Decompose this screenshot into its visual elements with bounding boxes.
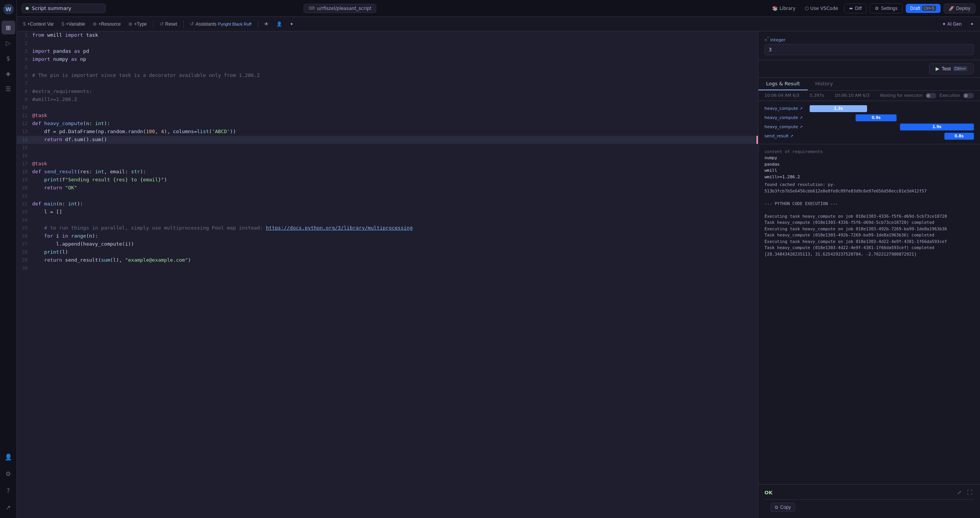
sidebar-item-expand[interactable]: ↗	[2, 500, 15, 514]
timeline-label-1: heavy_compute ↗	[764, 106, 807, 111]
deploy-icon: 🚀	[949, 6, 954, 11]
settings-button[interactable]: ⚙ Settings	[870, 3, 902, 13]
execution-toggle[interactable]	[963, 93, 974, 98]
timeline-row-3: heavy_compute ↗ 1.9s	[758, 122, 980, 132]
code-line-18: 18 def send_result(res: int, email: str)…	[17, 168, 758, 176]
ai-gen-button[interactable]: ✦ AI Gen	[938, 20, 965, 28]
sidebar-item-resources[interactable]: ◈	[2, 67, 15, 80]
sidebar-item-help[interactable]: ?	[2, 484, 15, 497]
title-area: Script summary	[21, 3, 106, 13]
sidebar-item-billing[interactable]: $	[2, 51, 15, 65]
wand-button[interactable]: ✦	[287, 20, 297, 28]
context-var-button[interactable]: $ +Context Var	[20, 20, 57, 28]
timeline-bar-container-3: 1.9s	[810, 124, 974, 130]
log-line-7: Executing task heavy_compute on job 018e…	[764, 226, 974, 233]
user-button[interactable]: 👤	[273, 20, 285, 28]
resource-button[interactable]: ⊕ +Resource	[90, 20, 124, 28]
code-line-12: 12 def heavy_compute(n: int):	[17, 120, 758, 128]
script-title: Script summary	[32, 5, 71, 11]
timeline-bar-1: 1.3s	[810, 105, 867, 112]
assistants-sub: Pyright Black Ruff	[218, 22, 252, 26]
sidebar-item-user[interactable]: 👤	[2, 450, 15, 464]
sidebar-item-home[interactable]: ⊞	[2, 21, 15, 34]
timeline-bar-4: 0.8s	[944, 133, 974, 140]
reset-button[interactable]: ↺ Reset	[157, 20, 180, 28]
play-icon: ▶	[936, 66, 939, 72]
code-line-24: 24	[17, 216, 758, 224]
result-footer: ⧉ Copy	[764, 499, 974, 515]
code-line-1: 1 from wmill import task	[17, 31, 758, 39]
tab-history[interactable]: History	[808, 78, 841, 90]
sidebar-item-menu[interactable]: ☰	[2, 82, 15, 96]
code-line-29: 29 return send_result(sum(l), "example@e…	[17, 256, 758, 264]
code-line-8: 8 #extra_requirements:	[17, 88, 758, 96]
code-line-11: 11 @task	[17, 112, 758, 120]
exec-duration: 5.397s	[810, 93, 824, 98]
exec-time1: 10:06:04 AM 6/3	[764, 93, 799, 98]
sidebar-item-run[interactable]: ▷	[2, 36, 15, 50]
code-line-14: 14 return df.sum().sum()	[17, 136, 758, 144]
deploy-button[interactable]: 🚀 Deploy	[944, 3, 975, 13]
n-input[interactable]	[764, 44, 974, 55]
code-line-15: 15	[17, 144, 758, 152]
code-line-28: 28 print(l)	[17, 248, 758, 256]
code-editor[interactable]: 1 from wmill import task 2 3 import pand…	[17, 31, 758, 518]
toolbar: $ +Context Var $ +Variable ⊕ +Resource ⊕…	[17, 17, 980, 31]
expand-result-button[interactable]: ⤢	[956, 488, 963, 497]
svg-text:W: W	[5, 6, 11, 12]
eye-button[interactable]: 👁	[261, 20, 272, 28]
variable-icon: $	[62, 21, 64, 27]
timeline-row-1: heavy_compute ↗ 1.3s	[758, 104, 980, 113]
ext-link-1[interactable]: ↗	[800, 106, 803, 111]
test-button[interactable]: ▶ Test Ctrl+↵	[929, 63, 974, 74]
ext-link-3[interactable]: ↗	[800, 125, 803, 129]
sidebar: W ⊞ ▷ $ ◈ ☰ 👤 ⚙ ? ↗	[0, 0, 17, 518]
sidebar-item-settings[interactable]: ⚙	[2, 467, 15, 481]
exec-status: Waiting for executor Execution	[880, 93, 974, 98]
log-area[interactable]: content of requirements numpy pandas wmi…	[758, 144, 980, 484]
draft-button[interactable]: Draft Ctrl+S	[906, 4, 941, 13]
eye-icon: 👁	[264, 21, 269, 27]
code-line-5: 5	[17, 64, 758, 72]
content-area: 1 from wmill import task 2 3 import pand…	[17, 31, 980, 518]
code-line-13: 13 df = pd.DataFrame(np.random.randn(100…	[17, 128, 758, 136]
tab-logs-result[interactable]: Logs & Result	[758, 78, 808, 90]
tabs-row: Logs & Result History	[758, 78, 980, 91]
copy-button[interactable]: ⧉ Copy	[771, 503, 795, 512]
test-btn-area: ▶ Test Ctrl+↵	[758, 60, 980, 78]
vscode-link[interactable]: ⬡ Use VSCode	[802, 4, 841, 13]
log-line-9: Executing task heavy_compute on job 018e…	[764, 239, 974, 245]
ext-link-4[interactable]: ↗	[790, 134, 793, 138]
timeline-label-4: send_result ↗	[764, 134, 807, 138]
log-requirements: content of requirements numpy pandas wmi…	[764, 147, 974, 182]
exec-header: 10:06:04 AM 6/3 5.397s 10:06:10 AM 6/3 W…	[758, 91, 980, 101]
timeline-row-4: send_result ↗ 0.8s	[758, 132, 980, 141]
user-icon: 👤	[276, 21, 282, 27]
log-line-11: [28.34843428235113, 31.625429237520784, …	[764, 251, 974, 258]
type-button[interactable]: ⊕ +Type	[125, 20, 150, 28]
library-link[interactable]: 📚 Library	[769, 4, 799, 13]
ai-gen-icon: ✦	[942, 21, 946, 27]
fullscreen-result-button[interactable]: ⛶	[965, 488, 974, 497]
toolbar-separator-2	[183, 20, 184, 28]
code-line-10: 10	[17, 104, 758, 112]
code-line-9: 9 #wmill>=1.286.2	[17, 96, 758, 104]
timeline-area: heavy_compute ↗ 1.3s heavy_compute ↗ 0.9…	[758, 101, 980, 144]
variable-button[interactable]: $ +Variable	[59, 20, 88, 28]
path-badge[interactable]: ⌨ u/rfiszel/pleasant_script	[304, 4, 376, 13]
assistants-button[interactable]: ↺ Assistants Pyright Black Ruff	[187, 20, 255, 28]
sidebar-logo: W	[2, 3, 15, 15]
code-line-21: 21	[17, 192, 758, 200]
exec-time2: 10:06:10 AM 6/3	[835, 93, 869, 98]
code-line-16: 16	[17, 152, 758, 160]
vscode-icon: ⬡	[805, 6, 808, 11]
reset-icon: ↺	[160, 21, 164, 27]
code-line-7: 7	[17, 80, 758, 88]
timeline-bar-2: 0.9s	[856, 114, 897, 121]
diff-icon: ⬌	[849, 6, 853, 11]
diff-button[interactable]: ⬌ Diff	[844, 3, 867, 13]
waiting-toggle[interactable]	[926, 93, 936, 98]
extra-button[interactable]: ✦	[967, 20, 977, 28]
ext-link-2[interactable]: ↗	[800, 116, 803, 120]
code-line-2: 2	[17, 39, 758, 47]
